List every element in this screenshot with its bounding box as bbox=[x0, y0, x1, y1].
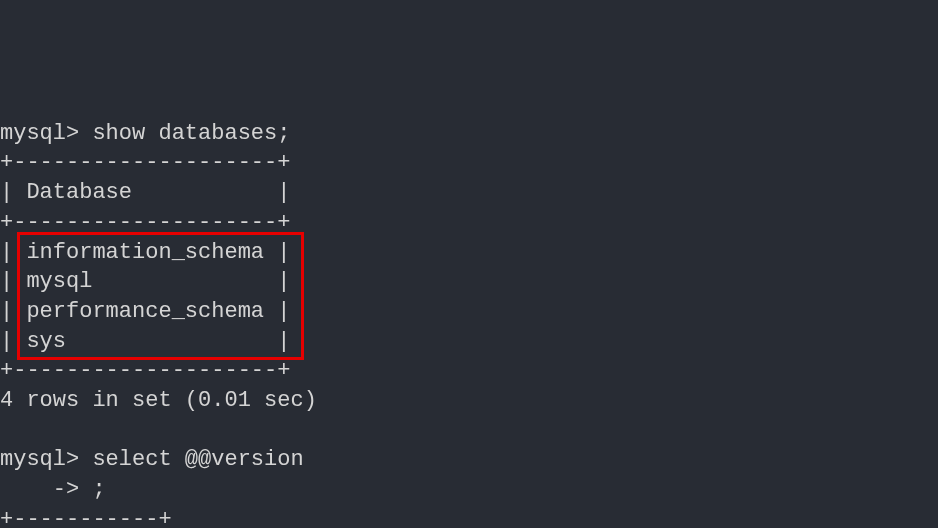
table-border: +--------------------+ bbox=[0, 358, 290, 383]
blank-line bbox=[0, 418, 13, 443]
result-summary: 4 rows in set (0.01 sec) bbox=[0, 388, 317, 413]
table-border: +--------------------+ bbox=[0, 210, 290, 235]
table-border: +-----------+ bbox=[0, 507, 172, 528]
table-header: | Database | bbox=[0, 180, 290, 205]
table-row: | sys | bbox=[0, 329, 290, 354]
table-border: +--------------------+ bbox=[0, 150, 290, 175]
prompt-line-1: mysql> show databases; bbox=[0, 121, 290, 146]
prompt-line-2: mysql> select @@version bbox=[0, 447, 304, 472]
table-row: | performance_schema | bbox=[0, 299, 290, 324]
continuation-line: -> ; bbox=[0, 477, 106, 502]
table-row: | information_schema | bbox=[0, 240, 290, 265]
table-row: | mysql | bbox=[0, 269, 290, 294]
mysql-terminal: mysql> show databases; +----------------… bbox=[0, 119, 938, 528]
